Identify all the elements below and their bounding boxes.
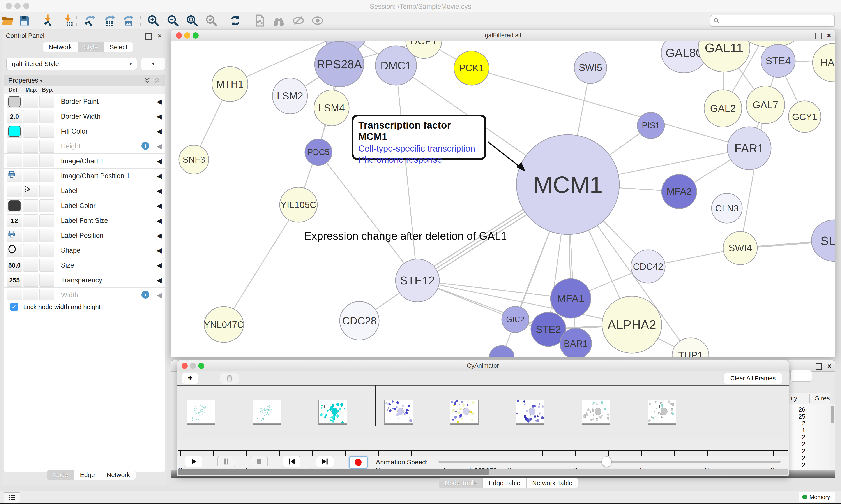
export-table-icon[interactable] (103, 14, 116, 27)
tab-network-table[interactable]: Network Table (526, 478, 578, 488)
mapping-value-cell[interactable] (23, 140, 38, 152)
frame-thumbnail-6[interactable] (582, 399, 610, 424)
default-value-cell[interactable] (7, 244, 22, 257)
tab-edge-table[interactable]: Edge Table (483, 478, 526, 488)
annotation-link-1[interactable]: Cell-type-specific transcription (358, 144, 480, 154)
close-table-icon[interactable]: × (827, 362, 831, 370)
default-value-cell[interactable] (7, 140, 22, 152)
network-node-cdc42[interactable]: CDC42 (631, 250, 665, 283)
table-row[interactable]: 2 (789, 434, 805, 441)
default-value-cell[interactable]: 12 (7, 214, 22, 227)
float-panel-icon[interactable] (145, 33, 152, 40)
default-value-cell[interactable] (7, 199, 22, 212)
network-node-cut1[interactable] (489, 346, 514, 357)
table-row[interactable]: 2 (789, 448, 805, 455)
table-row[interactable]: 2 (789, 462, 805, 469)
network-node-swi5[interactable]: SWI5 (574, 52, 607, 84)
mapping-value-cell[interactable] (23, 125, 38, 138)
frame-thumbnail-2[interactable] (319, 399, 347, 424)
bypass-value-cell[interactable] (39, 244, 54, 257)
property-row[interactable]: Label Color◀ (4, 198, 165, 213)
bypass-value-cell[interactable] (39, 214, 54, 227)
record-button[interactable] (349, 456, 368, 469)
collapse-arrow-icon[interactable]: ◀ (157, 127, 162, 135)
network-node-hap2[interactable]: HAP2 (812, 43, 835, 82)
import-network-icon[interactable] (41, 14, 54, 27)
def-swatch[interactable] (8, 126, 21, 137)
def-swatch[interactable] (8, 200, 21, 211)
bypass-value-cell[interactable] (39, 170, 54, 182)
collapse-arrow-icon[interactable]: ◀ (157, 142, 162, 150)
default-value-cell[interactable]: 50.0 (7, 259, 22, 272)
network-node-gic2[interactable]: GIC2 (502, 306, 529, 332)
frame-thumbnail-3[interactable] (384, 399, 413, 424)
bypass-value-cell[interactable] (39, 140, 54, 152)
network-node-pck1[interactable]: PCK1 (454, 51, 489, 85)
default-value-cell[interactable] (7, 95, 22, 108)
annotation-box[interactable]: Transcription factor MCM1 Cell-type-spec… (352, 114, 486, 160)
cyanimator-scrollbar-thumb[interactable] (178, 469, 489, 475)
collapse-arrow-icon[interactable]: ◀ (157, 262, 162, 269)
table-row[interactable]: 26 (789, 406, 805, 413)
expand-all-icon[interactable] (144, 77, 151, 84)
close-network-view-icon[interactable]: × (827, 31, 831, 40)
network-node-gcy1[interactable]: GCY1 (788, 101, 821, 132)
task-history-button[interactable] (3, 492, 20, 503)
property-row[interactable]: 2.0Border Width◀ (4, 109, 165, 124)
network-node-mcm1[interactable]: MCM1 (516, 134, 619, 234)
network-node-rps28a[interactable]: RPS28A (315, 41, 364, 87)
property-row[interactable]: Shape◀ (4, 243, 165, 258)
annotation-link-2[interactable]: Pheromone response (358, 155, 480, 165)
export-network-icon[interactable] (84, 14, 96, 27)
bypass-value-cell[interactable] (39, 199, 54, 212)
mapping-value-cell[interactable] (23, 199, 38, 212)
property-row[interactable]: 255Transparency◀ (4, 273, 165, 288)
network-node-mth1[interactable]: MTH1 (212, 67, 248, 102)
collapse-arrow-icon[interactable]: ◀ (157, 232, 162, 239)
float-network-icon[interactable] (816, 33, 822, 39)
mapping-value-cell[interactable] (23, 155, 38, 167)
tab-edge[interactable]: Edge (74, 470, 101, 480)
table-col-ity[interactable]: ity (791, 395, 797, 402)
tab-network-bottom[interactable]: Network (101, 470, 136, 480)
default-value-cell[interactable] (7, 170, 22, 182)
bypass-value-cell[interactable] (39, 184, 54, 197)
timeline-playhead[interactable] (375, 385, 376, 426)
bypass-value-cell[interactable] (39, 125, 54, 138)
bypass-value-cell[interactable] (39, 274, 54, 287)
document-network-icon[interactable] (253, 14, 266, 27)
default-value-cell[interactable]: 255 (7, 274, 22, 287)
stop-button[interactable] (250, 456, 268, 467)
tab-style[interactable]: Style (78, 42, 104, 52)
def-value[interactable]: 255 (7, 277, 22, 284)
network-node-mfa2[interactable]: MFA2 (662, 175, 697, 209)
default-value-cell[interactable]: 2.0 (7, 110, 22, 123)
def-swatch[interactable] (8, 96, 21, 107)
eye-slash-icon[interactable] (292, 14, 305, 27)
table-row[interactable]: 2 (789, 441, 805, 448)
mapping-value-cell[interactable] (23, 110, 38, 123)
network-node-alpha2[interactable]: ALPHA2 (602, 296, 662, 353)
property-row[interactable]: Heighti◀ (4, 139, 165, 154)
property-row[interactable]: Image/Chart Position 1◀ (4, 168, 165, 183)
clear-all-frames-button[interactable]: Clear All Frames (724, 373, 782, 384)
cyanimator-scrollbar[interactable] (178, 469, 788, 475)
mapping-value-cell[interactable] (23, 244, 38, 257)
speed-slider-thumb[interactable] (602, 456, 612, 467)
collapse-arrow-icon[interactable]: ◀ (157, 217, 162, 224)
network-node-gal2[interactable]: GAL2 (704, 90, 742, 127)
property-row[interactable]: Border Paint◀ (4, 94, 165, 109)
property-row[interactable]: Image/Chart 1◀ (4, 154, 165, 168)
float-table-icon[interactable] (816, 363, 822, 370)
add-frame-button[interactable]: + (182, 373, 198, 384)
save-session-icon[interactable] (18, 14, 31, 27)
table-row[interactable]: 2 (789, 420, 805, 427)
def-value[interactable]: 12 (7, 217, 22, 224)
network-node-yil105c[interactable]: YIL105C (280, 187, 317, 222)
skip-start-button[interactable] (283, 456, 301, 467)
def-value[interactable]: 50.0 (7, 262, 22, 269)
tab-network[interactable]: Network (43, 42, 78, 52)
apply-layout-icon[interactable] (229, 14, 242, 27)
style-options-button[interactable]: ▾ (141, 58, 165, 70)
bypass-value-cell[interactable] (39, 259, 54, 272)
